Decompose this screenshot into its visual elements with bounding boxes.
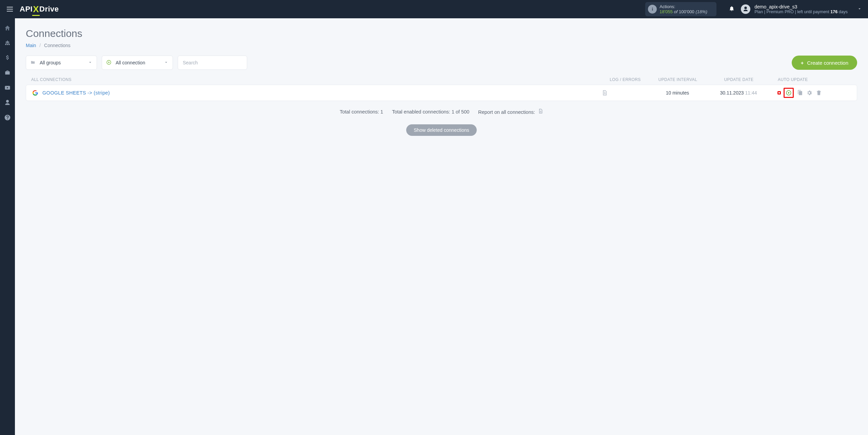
toolbar: All groups All connection + Cre [26, 56, 857, 70]
settings-icon[interactable] [806, 89, 813, 96]
user-name: demo_apix-drive_s3 [754, 4, 848, 9]
home-icon[interactable] [4, 24, 11, 32]
delete-icon[interactable] [815, 89, 822, 96]
table-row: GOOGLE SHEETS -> (stripe) 10 minutes 30.… [26, 85, 857, 101]
groups-select[interactable]: All groups [26, 56, 97, 70]
search-box[interactable] [178, 56, 247, 70]
menu-toggle[interactable] [7, 5, 15, 13]
user-icon[interactable] [4, 99, 11, 106]
actions-used: 18'055 [659, 9, 673, 14]
page-title: Connections [26, 28, 857, 39]
col-header-interval: UPDATE INTERVAL [649, 77, 707, 82]
log-document-icon[interactable] [601, 89, 608, 96]
topbar: APIXDrive i Actions: 18'055 of 100'000 (… [0, 0, 868, 18]
col-header-log: LOG / ERRORS [601, 77, 649, 82]
groups-select-label: All groups [40, 60, 61, 65]
connection-select-label: All connection [116, 60, 145, 65]
update-date: 30.11.202311:44 [706, 90, 771, 96]
update-interval: 10 minutes [649, 90, 706, 96]
play-circle-icon [106, 60, 112, 66]
connection-select[interactable]: All connection [102, 56, 173, 70]
folder-icon [30, 60, 36, 66]
table-header: ALL CONNECTIONS LOG / ERRORS UPDATE INTE… [26, 77, 857, 85]
content: Connections Main / Connections All group… [15, 18, 868, 435]
logo[interactable]: APIXDrive [20, 4, 59, 15]
chevron-down-icon [88, 60, 93, 66]
search-input[interactable] [183, 60, 242, 65]
col-header-all: ALL CONNECTIONS [27, 77, 601, 82]
dollar-icon[interactable] [4, 54, 11, 62]
plus-icon: + [801, 60, 804, 66]
breadcrumb: Main / Connections [26, 43, 857, 48]
actions-counter[interactable]: i Actions: 18'055 of 100'000 (18%) [645, 2, 716, 16]
sidebar [0, 18, 15, 435]
sitemap-icon[interactable] [4, 39, 11, 47]
chevron-down-icon [164, 60, 169, 66]
notifications-icon[interactable] [729, 5, 735, 13]
report-document-icon[interactable] [538, 109, 543, 115]
breadcrumb-current: Connections [44, 43, 71, 48]
actions-label: Actions: [659, 4, 712, 9]
avatar-icon [741, 4, 750, 14]
col-header-date: UPDATE DATE [707, 77, 771, 82]
youtube-icon[interactable] [4, 84, 11, 91]
chevron-down-icon[interactable] [854, 6, 865, 12]
create-connection-label: Create connection [807, 60, 848, 66]
briefcase-icon[interactable] [4, 69, 11, 77]
copy-icon[interactable] [796, 89, 803, 96]
google-icon [32, 90, 38, 96]
user-plan: Plan | Premium PRO | left until payment … [754, 9, 848, 14]
user-block[interactable]: demo_apix-drive_s3 Plan | Premium PRO | … [741, 4, 848, 14]
breadcrumb-main[interactable]: Main [26, 43, 36, 48]
show-deleted-button[interactable]: Show deleted connections [406, 124, 476, 136]
highlight-play [784, 88, 794, 98]
connection-name-link[interactable]: GOOGLE SHEETS -> (stripe) [42, 90, 110, 96]
help-icon[interactable] [4, 114, 11, 121]
highlight-toggle [777, 91, 781, 95]
col-header-auto: AUTO UPDATE [771, 77, 856, 82]
info-icon: i [648, 5, 657, 14]
create-connection-button[interactable]: + Create connection [792, 56, 857, 70]
run-now-icon[interactable] [785, 89, 792, 96]
summary-row: Total connections: 1 Total enabled conne… [26, 108, 857, 115]
